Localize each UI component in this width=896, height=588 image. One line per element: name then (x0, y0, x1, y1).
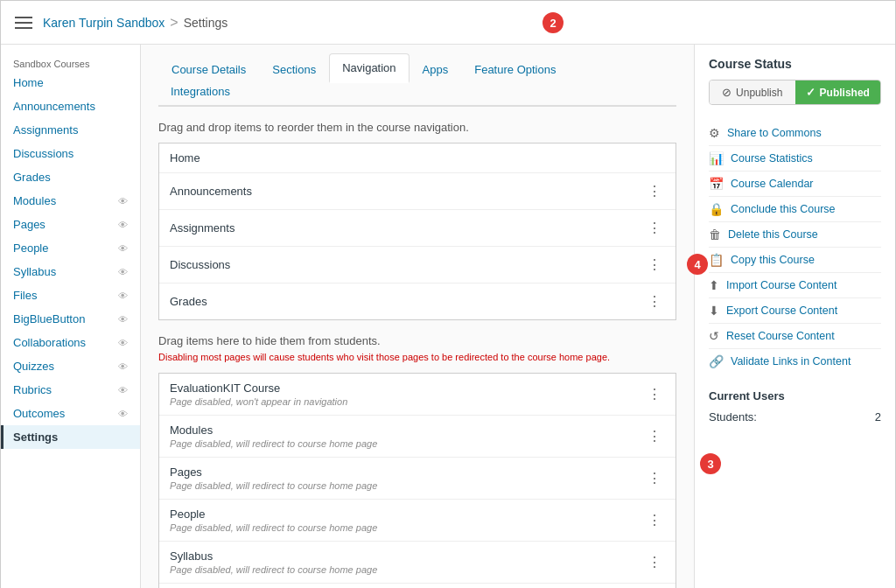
nav-item-discussions[interactable]: Discussions ⋮ (159, 247, 676, 284)
hamburger-menu[interactable] (15, 17, 32, 29)
sidebar-item-home[interactable]: Home (1, 71, 140, 94)
nav-item-syllabus-disabled-subtitle: Page disabled, will redirect to course h… (170, 564, 644, 575)
nav-item-people-disabled-subtitle: Page disabled, will redirect to course h… (170, 522, 644, 533)
unpublish-icon: ⊘ (722, 86, 732, 99)
tab-navigation[interactable]: Navigation (329, 53, 409, 83)
action-conclude-course[interactable]: 🔒 Conclude this Course (709, 197, 881, 222)
tab-feature-options[interactable]: Feature Options (461, 55, 569, 83)
delete-course-icon: 🗑 (709, 228, 721, 242)
right-panel: Course Status ⊘ Unpublish ✓ Published ⚙ … (694, 45, 895, 588)
action-import-content[interactable]: ⬆ Import Course Content (709, 273, 881, 298)
nav-item-announcements-title: Announcements (170, 185, 252, 198)
people-visibility-icon: 👁 (118, 243, 128, 254)
copy-course-icon: 📋 (709, 253, 724, 267)
nav-item-home-title: Home (170, 151, 200, 164)
action-share-commons[interactable]: ⚙ Share to Commons (709, 121, 881, 146)
sidebar-item-modules[interactable]: Modules 👁 (1, 189, 140, 213)
nav-item-announcements[interactable]: Announcements ⋮ (159, 173, 676, 210)
nav-item-evaluationkit-title: EvaluationKIT Course (170, 382, 644, 395)
nav-item-evaluationkit-subtitle: Page disabled, won't appear in navigatio… (170, 396, 644, 407)
disabled-nav-list: EvaluationKIT Course Page disabled, won'… (158, 373, 676, 588)
action-course-calendar[interactable]: 📅 Course Calendar (709, 172, 881, 197)
sidebar-item-rubrics[interactable]: Rubrics 👁 (1, 378, 140, 402)
import-content-icon: ⬆ (709, 278, 719, 292)
tab-sections[interactable]: Sections (259, 55, 329, 83)
evaluationkit-menu-btn[interactable]: ⋮ (644, 384, 665, 404)
sidebar-item-announcements[interactable]: Announcements (1, 94, 140, 118)
course-statistics-icon: 📊 (709, 151, 724, 165)
sidebar-section-label: Sandbox Courses (1, 53, 140, 71)
sidebar-item-quizzes[interactable]: Quizzes 👁 (1, 354, 140, 378)
sidebar: Sandbox Courses Home Announcements Assig… (1, 45, 141, 588)
reset-content-icon: ↺ (709, 329, 719, 343)
nav-item-modules-disabled-title: Modules (170, 424, 644, 437)
conclude-course-icon: 🔒 (709, 202, 724, 216)
assignments-menu-btn[interactable]: ⋮ (644, 218, 665, 238)
rubrics-visibility-icon: 👁 (118, 385, 128, 396)
modules-disabled-menu-btn[interactable]: ⋮ (644, 426, 665, 446)
action-course-statistics[interactable]: 📊 Course Statistics (709, 146, 881, 172)
drag-instruction: Drag and drop items to reorder them in t… (158, 121, 676, 134)
nav-item-home[interactable]: Home (159, 144, 676, 173)
sidebar-item-discussions[interactable]: Discussions (1, 142, 140, 165)
header: Karen Turpin Sandbox > Settings (1, 1, 895, 45)
nav-item-modules-disabled[interactable]: Modules Page disabled, will redirect to … (159, 416, 676, 458)
breadcrumb-sandbox[interactable]: Karen Turpin Sandbox (43, 16, 164, 30)
validate-links-icon: 🔗 (709, 354, 724, 368)
nav-item-people-disabled[interactable]: People Page disabled, will redirect to c… (159, 500, 676, 542)
current-users-title: Current Users (709, 389, 881, 402)
export-content-icon: ⬇ (709, 304, 719, 318)
course-calendar-icon: 📅 (709, 177, 724, 191)
nav-item-assignments[interactable]: Assignments ⋮ (159, 210, 676, 247)
action-list: ⚙ Share to Commons 📊 Course Statistics 📅… (709, 121, 881, 374)
nav-item-syllabus-disabled-title: Syllabus (170, 550, 644, 563)
sidebar-item-assignments[interactable]: Assignments (1, 118, 140, 142)
bigbluebutton-visibility-icon: 👁 (118, 314, 128, 325)
syllabus-disabled-menu-btn[interactable]: ⋮ (644, 552, 665, 572)
modules-visibility-icon: 👁 (118, 196, 128, 206)
action-delete-course[interactable]: 🗑 Delete this Course (709, 222, 881, 248)
sidebar-item-files[interactable]: Files 👁 (1, 284, 140, 307)
status-buttons: ⊘ Unpublish ✓ Published (709, 80, 881, 105)
people-disabled-menu-btn[interactable]: ⋮ (644, 510, 665, 530)
published-button[interactable]: ✓ Published (795, 80, 881, 104)
files-visibility-icon: 👁 (118, 290, 128, 301)
nav-item-assignments-title: Assignments (170, 221, 234, 234)
tab-course-details[interactable]: Course Details (158, 55, 259, 83)
published-checkmark-icon: ✓ (806, 86, 816, 99)
discussions-menu-btn[interactable]: ⋮ (644, 255, 665, 275)
sidebar-item-pages[interactable]: Pages 👁 (1, 213, 140, 236)
action-copy-course[interactable]: 📋 Copy this Course (709, 248, 881, 273)
sidebar-item-bigbluebutton[interactable]: BigBlueButton 👁 (1, 307, 140, 331)
nav-item-pages-disabled[interactable]: Pages Page disabled, will redirect to co… (159, 458, 676, 500)
syllabus-visibility-icon: 👁 (118, 267, 128, 277)
tab-integrations[interactable]: Integrations (158, 81, 676, 105)
sidebar-item-settings[interactable]: Settings (1, 425, 140, 449)
unpublish-button[interactable]: ⊘ Unpublish (710, 80, 795, 104)
disabled-section-label: Drag items here to hide them from studen… (158, 334, 676, 347)
sidebar-item-outcomes[interactable]: Outcomes 👁 (1, 402, 140, 425)
nav-item-grades[interactable]: Grades ⋮ (159, 284, 676, 319)
nav-item-syllabus-disabled[interactable]: Syllabus Page disabled, will redirect to… (159, 542, 676, 584)
sidebar-item-collaborations[interactable]: Collaborations 👁 (1, 331, 140, 354)
nav-item-evaluationkit[interactable]: EvaluationKIT Course Page disabled, won'… (159, 374, 676, 416)
enabled-nav-list: Home Announcements ⋮ Assignments ⋮ Discu… (158, 143, 676, 320)
tabs-bar: Course Details Sections Navigation Apps … (158, 53, 676, 107)
action-export-content[interactable]: ⬇ Export Course Content (709, 298, 881, 324)
students-stat: Students: 2 (709, 408, 881, 426)
pages-visibility-icon: 👁 (118, 220, 128, 230)
sidebar-item-syllabus[interactable]: Syllabus 👁 (1, 260, 140, 284)
action-reset-content[interactable]: ↺ Reset Course Content (709, 324, 881, 349)
page-title: Settings (184, 16, 228, 30)
nav-item-discussions-title: Discussions (170, 258, 230, 271)
sidebar-item-grades[interactable]: Grades (1, 165, 140, 189)
tab-apps[interactable]: Apps (410, 55, 462, 83)
grades-menu-btn[interactable]: ⋮ (644, 291, 665, 312)
students-label: Students: (709, 410, 757, 424)
sidebar-item-people[interactable]: People 👁 (1, 236, 140, 260)
nav-item-campus-rubrics[interactable]: Campus Labs Rubrics Page disabled, won't… (159, 584, 676, 588)
announcements-menu-btn[interactable]: ⋮ (644, 181, 665, 201)
nav-item-pages-disabled-subtitle: Page disabled, will redirect to course h… (170, 480, 644, 491)
pages-disabled-menu-btn[interactable]: ⋮ (644, 468, 665, 488)
action-validate-links[interactable]: 🔗 Validate Links in Content (709, 349, 881, 374)
